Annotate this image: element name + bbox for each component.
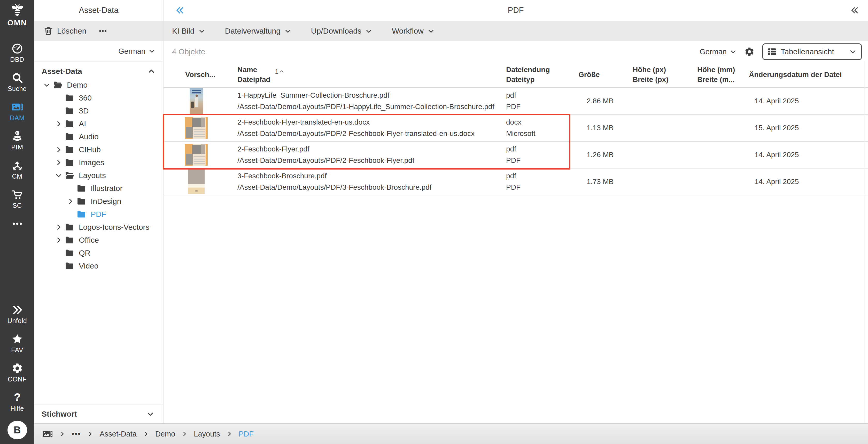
- tree-node-logos-icons-vectors[interactable]: Logos-Icons-Vectors: [34, 221, 163, 234]
- table-row[interactable]: 2-Feschbook-Flyer.pdf /Asset-Data/Demo/L…: [163, 142, 868, 169]
- stichwort-section[interactable]: Stichwort: [34, 404, 163, 423]
- column-header-date[interactable]: Änderungsdatum der Datei: [747, 70, 864, 80]
- column-header-size[interactable]: Größe: [577, 70, 631, 80]
- file-thumbnail[interactable]: [185, 144, 208, 166]
- sort-indicator[interactable]: 1: [275, 67, 284, 77]
- column-header-name[interactable]: NameDateipfad1: [236, 65, 504, 85]
- tree-node-label: Video: [79, 262, 98, 270]
- menu-ki-bild[interactable]: KI Bild: [172, 27, 206, 35]
- tree-node-qr[interactable]: QR: [34, 246, 163, 260]
- table-row[interactable]: 3-Feschbook-Broschure.pdf /Asset-Data/De…: [163, 169, 868, 196]
- chevron-right-icon[interactable]: [65, 196, 76, 207]
- chevron-up-icon[interactable]: [148, 67, 155, 75]
- sidebar-item-dbd[interactable]: DBD: [0, 42, 34, 63]
- view-mode-select[interactable]: Tabellenansicht: [762, 43, 862, 60]
- file-name: 1-HappyLife_Summer-Collection-Broschure.…: [238, 90, 504, 101]
- breadcrumb-item-demo[interactable]: Demo: [155, 430, 175, 438]
- tree-node-demo[interactable]: Demo: [34, 79, 163, 91]
- sidebar-item-hilfe[interactable]: ? Hilfe: [0, 391, 34, 412]
- tree-node-pdf[interactable]: PDF: [34, 208, 163, 221]
- chevron-right-icon: [59, 431, 65, 437]
- tree-node-ai[interactable]: AI: [34, 117, 163, 130]
- column-header-preview[interactable]: Vorsch...: [163, 70, 236, 80]
- tree-node-3d[interactable]: 3D: [34, 105, 163, 117]
- sidebar-item-label: FAV: [11, 346, 23, 354]
- tree-node-office[interactable]: Office: [34, 234, 163, 246]
- folder-icon: [76, 196, 87, 207]
- tree-node-360[interactable]: 360: [34, 91, 163, 105]
- sidebar-item-suche[interactable]: Suche: [0, 72, 34, 92]
- menu-up-downloads[interactable]: Up/Downloads: [311, 27, 372, 35]
- folder-open-icon: [64, 170, 75, 181]
- chevron-right-icon[interactable]: [53, 234, 64, 246]
- tree-node-illustrator[interactable]: Illustrator: [34, 182, 163, 195]
- folder-icon: [64, 235, 75, 245]
- delete-button[interactable]: Löschen: [44, 26, 86, 36]
- chevron-down-icon[interactable]: [41, 79, 53, 91]
- dam-module-icon[interactable]: [42, 429, 53, 439]
- sidebar-item-label: Suche: [8, 85, 27, 92]
- menu-label: Dateiverwaltung: [225, 27, 281, 35]
- file-thumbnail[interactable]: [188, 170, 205, 194]
- more-options-button[interactable]: [98, 26, 107, 36]
- sidebar-item-unfold[interactable]: Unfold: [0, 304, 34, 325]
- chevron-down-icon[interactable]: [53, 170, 64, 181]
- content-column: Asset-Data Löschen German: [34, 0, 868, 444]
- menu-dateiverwaltung[interactable]: Dateiverwaltung: [225, 27, 291, 35]
- asset-tree-panel: Asset-Data Löschen German: [34, 0, 163, 423]
- sidebar-item-more[interactable]: [0, 218, 34, 230]
- cell-filetype: pdf PDF: [504, 170, 577, 193]
- collapse-panel-right-icon[interactable]: [850, 6, 859, 15]
- file-thumbnail[interactable]: [190, 88, 203, 114]
- file-thumbnail[interactable]: [185, 117, 208, 139]
- breadcrumb-item-asset-data[interactable]: Asset-Data: [99, 430, 136, 438]
- tree-node-video[interactable]: Video: [34, 260, 163, 272]
- sidebar-item-omn[interactable]: OMN: [0, 4, 34, 27]
- app: OMN DBD Suche DAM P PIM CM SC Unfold FAV…: [0, 0, 868, 444]
- sidebar-item-pim[interactable]: P PIM: [0, 130, 34, 151]
- user-avatar[interactable]: B: [7, 421, 27, 439]
- table-row[interactable]: 2-Feschbook-Flyer-translated-en-us.docx …: [163, 115, 868, 142]
- collapse-panel-left-icon[interactable]: [176, 6, 185, 15]
- file-name: 3-Feschbook-Broschure.pdf: [238, 170, 504, 182]
- cell-filetype: pdf PDF: [504, 143, 577, 166]
- column-header-px[interactable]: Höhe (px)Breite (px): [631, 65, 696, 85]
- sidebar-item-fav[interactable]: FAV: [0, 333, 34, 354]
- chevron-right-icon[interactable]: [53, 144, 64, 155]
- ellipsis-icon: [11, 218, 23, 230]
- sidebar-item-label: OMN: [7, 18, 27, 27]
- breadcrumb-ellipsis[interactable]: •••: [71, 430, 81, 438]
- column-header-mm[interactable]: Höhe (mm)Breite (m...: [696, 65, 747, 85]
- tree-node-audio[interactable]: Audio: [34, 130, 163, 143]
- info-row: 4 Objekte German Tabellenansicht: [163, 41, 868, 62]
- sidebar-item-sc[interactable]: SC: [0, 189, 34, 209]
- folder-icon: [64, 131, 75, 142]
- sidebar-item-conf[interactable]: CONF: [0, 362, 34, 383]
- breadcrumb-item-layouts[interactable]: Layouts: [194, 430, 220, 438]
- tree-node-cihub[interactable]: CIHub: [34, 143, 163, 156]
- menu-workflow[interactable]: Workflow: [392, 27, 435, 35]
- tree-node-label: Images: [79, 158, 104, 167]
- chevron-right-icon[interactable]: [53, 118, 64, 129]
- tree-node-indesign[interactable]: InDesign: [34, 195, 163, 208]
- main-language-select[interactable]: German: [700, 48, 737, 56]
- column-header-ext[interactable]: DateiendungDateityp: [504, 65, 577, 85]
- cell-preview: [163, 170, 236, 194]
- table-row[interactable]: 1-HappyLife_Summer-Collection-Broschure.…: [163, 88, 868, 115]
- sidebar-item-dam[interactable]: DAM: [0, 101, 34, 122]
- settings-gear-icon[interactable]: [744, 47, 754, 57]
- menu-label: KI Bild: [172, 27, 194, 35]
- breadcrumb-item-pdf[interactable]: PDF: [239, 430, 254, 438]
- chevron-right-icon[interactable]: [53, 157, 64, 168]
- sidebar-item-cm[interactable]: CM: [0, 159, 34, 180]
- tree-language-select[interactable]: German: [118, 47, 155, 56]
- chevron-right-icon[interactable]: [53, 221, 64, 233]
- cell-name: 2-Feschbook-Flyer-translated-en-us.docx …: [236, 117, 504, 139]
- file-name: 2-Feschbook-Flyer-translated-en-us.docx: [238, 117, 504, 128]
- chevron-down-icon: [849, 48, 857, 55]
- tree-node-images[interactable]: Images: [34, 156, 163, 169]
- file-type: PDF: [506, 101, 577, 112]
- tree-node-layouts[interactable]: Layouts: [34, 169, 163, 182]
- column-label: Größe: [579, 70, 599, 80]
- tree-node-label: Layouts: [79, 171, 106, 180]
